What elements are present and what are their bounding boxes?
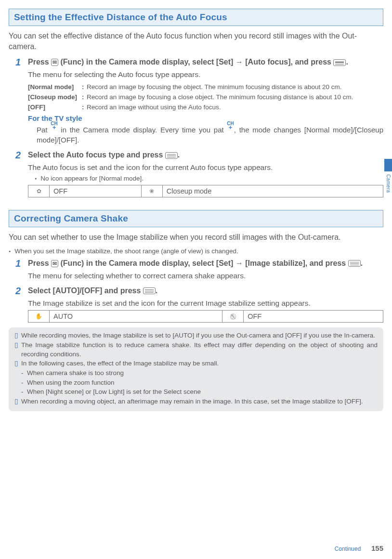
cell-auto: AUTO [50, 311, 222, 323]
text: Select the Auto focus type and press [28, 151, 165, 159]
intro-autofocus: You can set the effective distance of th… [9, 31, 383, 52]
off-icon: ✋⃠ [222, 311, 244, 323]
text: . [156, 286, 157, 295]
mode-list: [Normal mode] : Record an image by focus… [28, 83, 383, 112]
page-number: 155 [371, 544, 383, 552]
cell-off: OFF [50, 185, 142, 197]
sub-note: When camera shake is too strong [27, 369, 378, 378]
menu-button-icon [333, 59, 346, 66]
tv-style-heading: For the TV style [28, 114, 383, 122]
cell-closeup: Closeup mode [162, 185, 383, 197]
stabilize-icon-table: ✋ AUTO ✋⃠ OFF [28, 310, 383, 323]
note: When recording a moving object, an after… [21, 397, 378, 406]
bullet: No icon appears for [Normal mode]. [35, 175, 383, 182]
note-mark-icon: ▯ [14, 359, 21, 368]
step-sub: The Auto focus is set and the icon for t… [28, 162, 383, 173]
text: (Func) in the Camera mode display, selec… [61, 259, 348, 267]
intro-shake: You can set whether to use the Image sta… [9, 232, 383, 243]
bullet-top: When you set the Image stabilize, the sh… [9, 247, 383, 255]
text: in the Camera mode display. Every time y… [61, 126, 227, 134]
func-icon [51, 260, 58, 267]
continued-label: Continued [335, 546, 361, 552]
mode-label-closeup: [Closeup mode] [28, 93, 82, 102]
closeup-icon: ❀ [141, 185, 162, 197]
ch-plus-icon: CH+ [51, 122, 57, 130]
mode-desc-normal: Record an image by focusing the object. … [87, 83, 383, 92]
step-number: 1 [15, 56, 28, 145]
note-mark-icon: ▯ [14, 331, 21, 340]
text: Press [28, 58, 51, 66]
step-1-shake: 1 Press (Func) in the Camera mode displa… [15, 258, 383, 281]
sub-note: When using the zoom function [27, 378, 378, 388]
mode-desc-closeup: Record an image by focusing a close obje… [87, 93, 383, 102]
menu-button-icon [165, 152, 178, 159]
func-icon [51, 59, 58, 66]
step-1-autofocus: 1 Press (Func) in the Camera mode displa… [15, 56, 383, 145]
notes-box: ▯While recording movies, the Image stabi… [9, 327, 383, 411]
section-title-shake: Correcting Camera Shake [9, 210, 383, 227]
mode-desc-off: Record an image without using the Auto f… [87, 103, 383, 112]
step-sub: The menu for selecting the Auto focus ty… [28, 69, 383, 80]
note: While recording movies, the Image stabil… [21, 331, 378, 340]
side-label: Camera [386, 174, 391, 193]
text: Press [28, 259, 51, 267]
step-number: 1 [15, 258, 28, 281]
off-icon: ✿ [28, 185, 50, 197]
side-tab [384, 159, 392, 171]
autofocus-icon-table: ✿ OFF ❀ Closeup mode [28, 185, 383, 197]
step-number: 2 [15, 285, 28, 323]
menu-button-icon [348, 260, 361, 267]
text: . [361, 259, 363, 267]
menu-button-icon [143, 287, 156, 294]
note: In the following cases, the effect of th… [21, 359, 378, 368]
section-title-autofocus: Setting the Effective Distance of the Au… [9, 9, 383, 26]
text: (Func) in the Camera mode display, selec… [61, 58, 334, 66]
step-sub: The menu for selecting whether to correc… [28, 271, 383, 281]
step-sub: The Image stabilize is set and the icon … [28, 298, 383, 309]
sub-note: When [Night scene] or [Low Light] is set… [27, 388, 378, 397]
note-mark-icon: ▯ [14, 341, 21, 359]
text: Pat [37, 126, 51, 134]
text: Select [AUTO]/[OFF] and press [28, 286, 143, 295]
mode-label-normal: [Normal mode] [28, 83, 82, 92]
cell-off: OFF [244, 311, 383, 323]
mode-label-off: [OFF] [28, 103, 82, 112]
step-2-autofocus: 2 Select the Auto focus type and press .… [15, 149, 383, 197]
text: . [346, 58, 348, 66]
text: . [178, 151, 180, 159]
note-mark-icon: ▯ [14, 397, 21, 406]
note: The Image stabilize function is to reduc… [21, 341, 378, 359]
step-2-shake: 2 Select [AUTO]/[OFF] and press . The Im… [15, 285, 383, 323]
ch-plus-icon: CH+ [227, 122, 234, 130]
page-footer: Continued 155 [335, 544, 383, 552]
step-number: 2 [15, 149, 28, 197]
auto-icon: ✋ [28, 311, 50, 323]
